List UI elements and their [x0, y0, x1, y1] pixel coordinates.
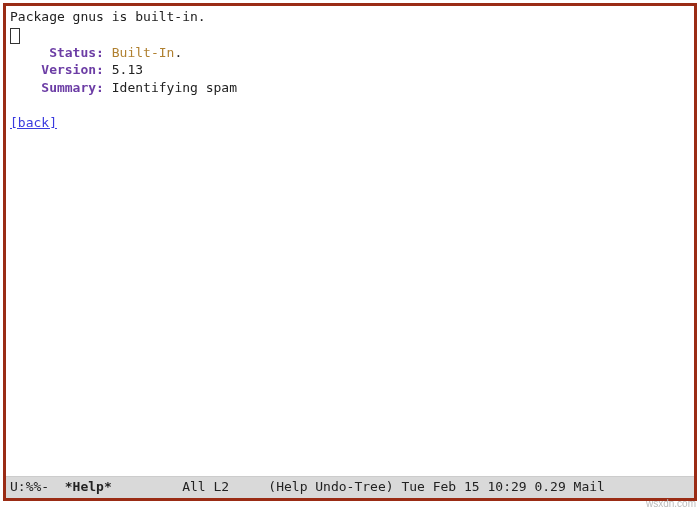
version-value: 5.13: [112, 62, 143, 77]
modeline-time: Tue Feb 15 10:29: [401, 479, 526, 494]
emacs-frame: Package gnus is built-in. Status: Built-…: [3, 3, 697, 501]
back-link[interactable]: [back]: [10, 115, 57, 130]
summary-value: Identifying spam: [112, 80, 237, 95]
modeline-position: All L2: [182, 479, 229, 494]
status-suffix: .: [174, 45, 182, 60]
modeline-extra: Mail: [574, 479, 605, 494]
modeline-coding: U:%%-: [10, 479, 49, 494]
modeline-buffer-name: *Help*: [65, 479, 112, 494]
text-cursor: [10, 28, 20, 44]
status-label: Status:: [49, 45, 104, 60]
watermark: wsxdn.com: [646, 497, 696, 508]
mode-line: U:%%- *Help* All L2 (Help Undo-Tree) Tue…: [6, 476, 694, 498]
summary-label: Summary:: [41, 80, 104, 95]
package-header-line: Package gnus is built-in.: [10, 9, 206, 24]
modeline-load: 0.29: [534, 479, 565, 494]
status-value: Built-In: [112, 45, 175, 60]
version-label: Version:: [41, 62, 104, 77]
help-buffer: Package gnus is built-in. Status: Built-…: [6, 6, 694, 476]
modeline-modes: (Help Undo-Tree): [268, 479, 393, 494]
